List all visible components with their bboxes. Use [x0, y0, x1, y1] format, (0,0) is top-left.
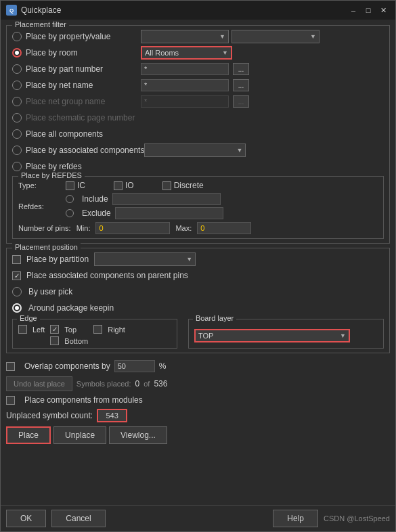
input-by-part[interactable]: [141, 63, 229, 75]
input-include[interactable]: [112, 193, 221, 205]
radio-by-part[interactable]: [12, 64, 22, 74]
max-label: Max:: [175, 224, 192, 232]
overlap-unit: %: [159, 361, 167, 371]
dropdown-assoc[interactable]: ▼: [144, 143, 246, 157]
input-overlap[interactable]: [114, 360, 155, 372]
dropdown-property-2[interactable]: ▼: [232, 30, 320, 43]
input-min-pins[interactable]: [95, 222, 170, 234]
overlap-label: Overlap components by: [24, 361, 110, 371]
label-by-room: Place by room: [26, 48, 141, 58]
chevron-down-icon: ▼: [310, 33, 316, 40]
ok-button[interactable]: OK: [6, 510, 46, 527]
filter-row-assoc: Place by associated components ▼: [12, 143, 384, 157]
checkbox-io-item: IO: [114, 181, 134, 190]
dropdown-partition[interactable]: ▼: [94, 252, 196, 266]
radio-by-room[interactable]: [12, 48, 22, 58]
checkbox-discrete-item: Discrete: [162, 181, 204, 190]
refdes-box: Place by REFDES Type: IC IO: [12, 176, 384, 239]
place-button[interactable]: Place: [6, 426, 51, 444]
label-edge-left: Left: [32, 326, 45, 334]
radio-by-refdes[interactable]: [12, 162, 22, 171]
bottom-bar: OK Cancel Help CSDN @LostSpeed: [1, 505, 395, 531]
pos-row-assoc-parent: Place associated components on parent pi…: [12, 269, 384, 282]
edge-left-col: Left: [18, 325, 45, 334]
radio-by-assoc[interactable]: [12, 146, 22, 155]
board-layer-label: Board layer: [193, 314, 236, 322]
filter-row-net: Place by net name ...: [12, 79, 384, 92]
unplace-button[interactable]: Unplace: [53, 426, 106, 444]
quickplace-window: Q Quickplace – □ ✕ Placement filter Plac…: [0, 0, 396, 532]
edge-right-item: Right: [93, 325, 125, 334]
edge-top-item: Top: [50, 325, 88, 334]
type-label: Type:: [18, 181, 66, 190]
filter-row-all: Place all components: [12, 127, 384, 141]
edge-label: Edge: [17, 314, 40, 322]
radio-by-net[interactable]: [12, 81, 22, 90]
dropdown-property-1[interactable]: ▼: [141, 30, 229, 43]
btn-part-browse[interactable]: ...: [233, 63, 249, 75]
checkbox-modules[interactable]: [6, 396, 15, 405]
undo-last-place-button[interactable]: Undo last place: [6, 376, 72, 391]
filter-row-schematic: Place schematic page number: [12, 111, 384, 125]
btn-net-group-browse[interactable]: ...: [233, 95, 249, 108]
radio-exclude[interactable]: [66, 209, 74, 217]
radio-around-package[interactable]: [12, 303, 22, 313]
input-max-pins[interactable]: [197, 222, 251, 234]
checkbox-discrete[interactable]: [162, 181, 171, 190]
edge-right-col: Right: [93, 325, 125, 334]
refdes-refdes-row: Refdes: Include Exclude: [18, 193, 378, 219]
placement-filter-group: Placement filter Place by property/value…: [6, 25, 390, 244]
modules-label: Place components from modules: [24, 395, 143, 405]
checkbox-io[interactable]: [114, 181, 123, 190]
refdes-box-label: Place by REFDES: [18, 171, 85, 179]
btn-net-browse[interactable]: ...: [233, 79, 249, 91]
action-buttons-row: Place Unplace Viewlog...: [6, 426, 390, 444]
viewlog-button[interactable]: Viewlog...: [109, 426, 167, 444]
filter-row-part: Place by part number ...: [12, 62, 384, 76]
checkbox-assoc-parent[interactable]: [12, 271, 21, 280]
placement-filter-label: Placement filter: [12, 20, 69, 28]
main-content: Placement filter Place by property/value…: [1, 20, 395, 505]
input-exclude[interactable]: [115, 207, 223, 219]
label-by-part: Place by part number: [26, 64, 141, 74]
help-button[interactable]: Help: [273, 510, 318, 527]
maximize-button[interactable]: □: [361, 4, 375, 16]
modules-row: Place components from modules: [6, 395, 390, 405]
cancel-button[interactable]: Cancel: [51, 510, 105, 527]
symbols-of-label: of: [144, 380, 150, 388]
radio-by-property[interactable]: [12, 32, 22, 41]
chevron-down-icon: ▼: [340, 332, 346, 339]
checkbox-edge-right[interactable]: [93, 325, 102, 334]
input-by-net[interactable]: [141, 79, 229, 91]
checkbox-overlap[interactable]: [6, 362, 15, 371]
checkbox-ic-item: IC: [66, 181, 85, 190]
checkbox-edge-left[interactable]: [18, 325, 27, 334]
radio-by-net-group[interactable]: [12, 97, 22, 106]
min-label: Min:: [76, 224, 91, 232]
radio-by-schematic[interactable]: [12, 113, 22, 123]
checkbox-partition[interactable]: [12, 255, 21, 264]
symbols-total: 536: [154, 379, 167, 389]
all-rooms-text: All Rooms: [145, 49, 179, 57]
checkbox-ic[interactable]: [66, 181, 74, 190]
unplaced-label: Unplaced symbol count:: [6, 411, 93, 420]
dropdown-all-rooms[interactable]: All Rooms ▼: [141, 46, 232, 60]
label-by-assoc: Place by associated components: [26, 146, 144, 155]
input-by-net-group[interactable]: [141, 95, 229, 108]
chevron-down-icon: ▼: [186, 256, 192, 263]
symbols-placed-value: 0: [135, 379, 140, 389]
label-assoc-parent: Place associated components on parent pi…: [26, 271, 188, 280]
titlebar: Q Quickplace – □ ✕: [1, 1, 395, 20]
radio-include[interactable]: [66, 195, 74, 203]
close-button[interactable]: ✕: [376, 4, 390, 16]
unplaced-count: 543: [97, 409, 127, 422]
checkbox-edge-top[interactable]: [50, 325, 59, 334]
minimize-button[interactable]: –: [347, 4, 360, 16]
radio-by-all[interactable]: [12, 129, 22, 139]
app-icon: Q: [6, 5, 17, 16]
dropdown-board-layer[interactable]: TOP ▼: [194, 329, 350, 342]
pins-row: Number of pins: Min: Max:: [18, 222, 378, 234]
checkbox-edge-bottom[interactable]: [50, 336, 59, 345]
radio-user-pick[interactable]: [12, 287, 22, 296]
edge-bottom-item: Bottom: [50, 336, 88, 345]
